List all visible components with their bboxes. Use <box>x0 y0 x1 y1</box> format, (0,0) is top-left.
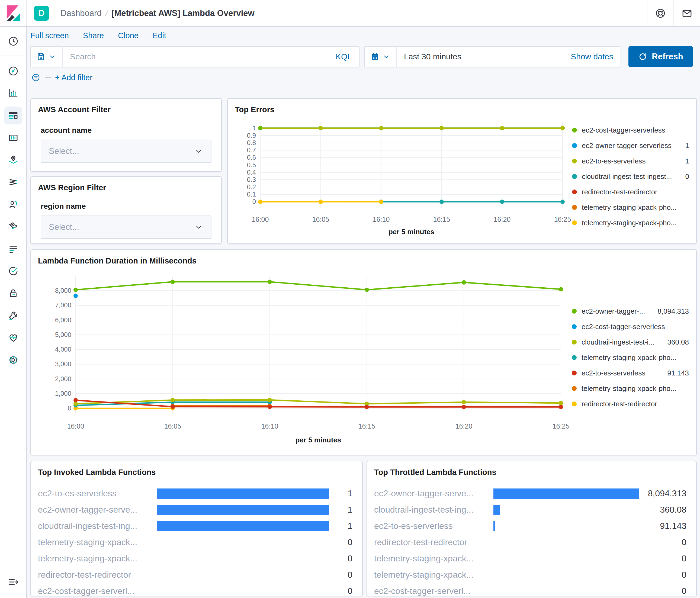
table-row[interactable]: redirector-test-redirector0 <box>374 536 686 549</box>
help-button[interactable] <box>647 0 673 26</box>
legend-item[interactable]: ec2-cost-tagger-serverless <box>572 323 689 331</box>
legend-item[interactable]: ec2-cost-tagger-serverless <box>572 126 689 134</box>
table-row-label: ec2-cost-tagger-serverl... <box>38 586 157 596</box>
table-row[interactable]: ec2-cost-tagger-serverl...0 <box>374 585 686 597</box>
legend-item[interactable]: redirector-test-redirector <box>572 188 689 196</box>
legend-dot <box>572 143 577 148</box>
kql-toggle[interactable]: KQL <box>329 52 359 61</box>
table-row[interactable]: telemetry-staging-xpack...0 <box>374 569 686 581</box>
show-dates-link[interactable]: Show dates <box>564 52 620 61</box>
table-bar-track <box>157 537 329 548</box>
table-row[interactable]: cloudtrail-ingest-test-ing...360.08 <box>374 503 686 516</box>
sidebar-item-canvas[interactable] <box>4 129 22 147</box>
sidebar-item-dev-tools[interactable] <box>4 306 22 324</box>
collapse-icon <box>7 576 19 588</box>
legend-item[interactable]: telemetry-staging-xpack-pho... <box>572 203 689 212</box>
date-picker-quick-menu[interactable] <box>365 47 396 67</box>
table-row[interactable]: ec2-owner-tagger-serve...8,094.313 <box>374 487 686 500</box>
newsfeed-button[interactable] <box>673 0 700 26</box>
sidebar-item-machine-learning[interactable] <box>4 173 22 191</box>
panel-aws-region-filter: AWS Region Filter region name Select... <box>30 176 222 244</box>
kibana-logo[interactable] <box>0 0 26 26</box>
table-row-label: telemetry-staging-xpack... <box>374 570 494 580</box>
legend-label: ec2-owner-tagger-... <box>581 307 645 316</box>
sidebar-item-logs[interactable] <box>4 240 22 258</box>
legend-item[interactable]: telemetry-staging-xpack-pho... <box>572 219 689 227</box>
legend-dot <box>572 205 577 210</box>
table-row[interactable]: ec2-to-es-serverless1 <box>38 487 352 500</box>
table-row-label: ec2-owner-tagger-serve... <box>374 489 494 499</box>
table-row[interactable]: ec2-to-es-serverless91.143 <box>374 520 686 532</box>
svg-text:1: 1 <box>252 124 256 132</box>
sidebar-item-maps[interactable] <box>4 151 22 169</box>
legend-item[interactable]: ec2-owner-tagger-...8,094.313 <box>572 307 689 316</box>
sidebar-item-collapse-navigation[interactable] <box>4 573 22 591</box>
svg-text:0.9: 0.9 <box>247 132 256 139</box>
panel-title: Top Errors <box>228 99 696 114</box>
dashboard-app-badge[interactable]: D <box>34 6 49 21</box>
region-name-select[interactable]: Select... <box>41 216 211 239</box>
sidebar-item-visualize[interactable] <box>4 84 22 102</box>
sidebar-item-stack-monitoring[interactable] <box>4 329 22 347</box>
table-row[interactable]: ec2-cost-tagger-serverl...0 <box>38 585 352 597</box>
left-navigation-sidebar <box>0 26 27 598</box>
legend-label: redirector-test-redirector <box>581 400 657 408</box>
svg-text:per 5 minutes: per 5 minutes <box>295 436 341 444</box>
logs-icon <box>7 243 19 254</box>
sidebar-item-dashboard[interactable] <box>4 106 22 124</box>
add-filter-link[interactable]: + Add filter <box>55 73 93 82</box>
legend-item[interactable]: ec2-to-es-serverless1 <box>572 157 689 165</box>
breadcrumb-dashboard[interactable]: Dashboard <box>60 8 102 18</box>
table-bar-track <box>157 521 329 531</box>
filter-icon[interactable] <box>31 73 41 82</box>
svg-text:0.8: 0.8 <box>247 139 256 146</box>
time-range-value[interactable]: Last 30 minutes <box>397 52 564 61</box>
account-name-select[interactable]: Select... <box>41 140 211 163</box>
svg-text:0: 0 <box>68 404 71 412</box>
sidebar-item-uptime[interactable] <box>4 262 22 280</box>
lambda-duration-chart[interactable]: 01,0002,0003,0004,0005,0006,0007,0008,00… <box>31 266 572 450</box>
legend-item[interactable]: telemetry-staging-xpack-pho... <box>572 384 689 393</box>
dashboard-icon <box>7 110 19 121</box>
sidebar-item-apm[interactable] <box>4 195 22 213</box>
sidebar-item-discover[interactable] <box>4 62 22 80</box>
sidebar-item-management[interactable] <box>4 351 22 369</box>
menu-link-clone[interactable]: Clone <box>118 31 139 40</box>
legend-label: telemetry-staging-xpack-pho... <box>582 203 677 212</box>
sidebar-item-siem[interactable] <box>4 284 22 302</box>
date-picker: Last 30 minutes Show dates <box>365 46 620 67</box>
legend-item[interactable]: cloudtrail-ingest-test-i...360.08 <box>572 338 689 346</box>
legend-item[interactable]: ec2-owner-tagger-serverless1 <box>572 142 689 150</box>
menu-link-share[interactable]: Share <box>83 31 104 40</box>
table-row[interactable]: redirector-test-redirector0 <box>38 569 352 581</box>
saved-query-button[interactable] <box>31 47 62 67</box>
table-row[interactable]: telemetry-staging-xpack...0 <box>374 552 686 565</box>
table-row[interactable]: telemetry-staging-xpack...0 <box>38 536 352 549</box>
legend-label: telemetry-staging-xpack-pho... <box>582 219 677 227</box>
legend-item[interactable]: redirector-test-redirector <box>572 400 689 408</box>
panel-top-invoked: Top Invoked Lambda Functions ec2-to-es-s… <box>30 461 363 596</box>
table-row[interactable]: ec2-owner-tagger-serve...1 <box>38 503 352 516</box>
table-row[interactable]: cloudtrail-ingest-test-ing...1 <box>38 520 352 532</box>
sidebar-item-infrastructure[interactable] <box>4 218 22 235</box>
table-bar-track <box>157 586 329 596</box>
top-errors-chart[interactable]: 00.10.20.30.40.50.60.70.80.9116:0016:051… <box>228 114 572 239</box>
legend-item[interactable]: telemetry-staging-xpack-pho... <box>572 353 689 362</box>
table-row[interactable]: telemetry-staging-xpack...0 <box>38 552 352 565</box>
svg-text:2,000: 2,000 <box>55 375 71 382</box>
table-row-value: 0 <box>646 586 686 596</box>
svg-text:16:05: 16:05 <box>312 216 329 223</box>
menu-link-full-screen[interactable]: Full screen <box>30 31 69 40</box>
menu-link-edit[interactable]: Edit <box>153 31 166 40</box>
sidebar-item-recently-viewed[interactable] <box>4 32 22 50</box>
table-row-label: ec2-owner-tagger-serve... <box>38 505 157 515</box>
refresh-button[interactable]: Refresh <box>628 46 693 67</box>
panel-title: Top Invoked Lambda Functions <box>31 462 362 477</box>
table-row-label: redirector-test-redirector <box>38 570 157 580</box>
legend-label: cloudtrail-ingest-test-ingest... <box>582 172 672 181</box>
legend-label: cloudtrail-ingest-test-i... <box>581 338 654 346</box>
legend-item[interactable]: ec2-to-es-serverless91.143 <box>572 369 689 377</box>
search-input[interactable] <box>63 52 329 61</box>
save-icon <box>36 52 46 61</box>
legend-item[interactable]: cloudtrail-ingest-test-ingest...0 <box>572 172 689 181</box>
